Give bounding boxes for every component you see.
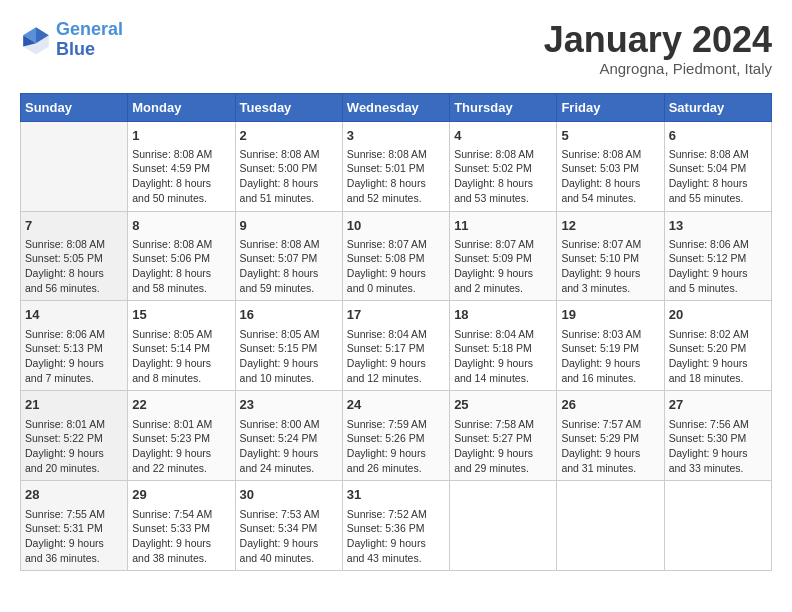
day-number: 17 [347,306,445,324]
day-number: 21 [25,396,123,414]
calendar-cell: 3Sunrise: 8:08 AM Sunset: 5:01 PM Daylig… [342,121,449,211]
page-header: General Blue January 2024 Angrogna, Pied… [20,20,772,77]
day-info: Sunrise: 8:01 AM Sunset: 5:23 PM Dayligh… [132,417,230,476]
calendar-cell: 31Sunrise: 7:52 AM Sunset: 5:36 PM Dayli… [342,481,449,571]
day-number: 13 [669,217,767,235]
calendar-cell: 17Sunrise: 8:04 AM Sunset: 5:17 PM Dayli… [342,301,449,391]
location-subtitle: Angrogna, Piedmont, Italy [544,60,772,77]
calendar-cell [557,481,664,571]
day-info: Sunrise: 7:56 AM Sunset: 5:30 PM Dayligh… [669,417,767,476]
day-number: 4 [454,127,552,145]
day-number: 25 [454,396,552,414]
logo: General Blue [20,20,123,60]
day-number: 26 [561,396,659,414]
day-number: 19 [561,306,659,324]
calendar-cell: 15Sunrise: 8:05 AM Sunset: 5:14 PM Dayli… [128,301,235,391]
calendar-cell: 11Sunrise: 8:07 AM Sunset: 5:09 PM Dayli… [450,211,557,301]
day-info: Sunrise: 8:07 AM Sunset: 5:08 PM Dayligh… [347,237,445,296]
calendar-cell [664,481,771,571]
day-number: 18 [454,306,552,324]
day-info: Sunrise: 8:08 AM Sunset: 5:05 PM Dayligh… [25,237,123,296]
calendar-cell: 18Sunrise: 8:04 AM Sunset: 5:18 PM Dayli… [450,301,557,391]
calendar-week-row: 21Sunrise: 8:01 AM Sunset: 5:22 PM Dayli… [21,391,772,481]
calendar-body: 1Sunrise: 8:08 AM Sunset: 4:59 PM Daylig… [21,121,772,571]
calendar-cell: 30Sunrise: 7:53 AM Sunset: 5:34 PM Dayli… [235,481,342,571]
weekday-header-friday: Friday [557,93,664,121]
day-info: Sunrise: 8:08 AM Sunset: 5:01 PM Dayligh… [347,147,445,206]
weekday-header-row: SundayMondayTuesdayWednesdayThursdayFrid… [21,93,772,121]
day-info: Sunrise: 8:02 AM Sunset: 5:20 PM Dayligh… [669,327,767,386]
day-number: 15 [132,306,230,324]
day-number: 20 [669,306,767,324]
day-number: 14 [25,306,123,324]
day-info: Sunrise: 8:04 AM Sunset: 5:18 PM Dayligh… [454,327,552,386]
day-number: 9 [240,217,338,235]
calendar-cell: 16Sunrise: 8:05 AM Sunset: 5:15 PM Dayli… [235,301,342,391]
day-info: Sunrise: 8:08 AM Sunset: 5:07 PM Dayligh… [240,237,338,296]
day-info: Sunrise: 8:04 AM Sunset: 5:17 PM Dayligh… [347,327,445,386]
day-number: 5 [561,127,659,145]
calendar-cell [21,121,128,211]
calendar-cell: 8Sunrise: 8:08 AM Sunset: 5:06 PM Daylig… [128,211,235,301]
calendar-table: SundayMondayTuesdayWednesdayThursdayFrid… [20,93,772,572]
day-info: Sunrise: 8:08 AM Sunset: 5:02 PM Dayligh… [454,147,552,206]
calendar-cell: 19Sunrise: 8:03 AM Sunset: 5:19 PM Dayli… [557,301,664,391]
day-info: Sunrise: 7:59 AM Sunset: 5:26 PM Dayligh… [347,417,445,476]
weekday-header-sunday: Sunday [21,93,128,121]
title-block: January 2024 Angrogna, Piedmont, Italy [544,20,772,77]
calendar-week-row: 1Sunrise: 8:08 AM Sunset: 4:59 PM Daylig… [21,121,772,211]
day-number: 31 [347,486,445,504]
calendar-cell: 25Sunrise: 7:58 AM Sunset: 5:27 PM Dayli… [450,391,557,481]
day-info: Sunrise: 8:08 AM Sunset: 5:03 PM Dayligh… [561,147,659,206]
day-info: Sunrise: 8:08 AM Sunset: 4:59 PM Dayligh… [132,147,230,206]
calendar-cell: 5Sunrise: 8:08 AM Sunset: 5:03 PM Daylig… [557,121,664,211]
month-title: January 2024 [544,20,772,60]
calendar-cell: 23Sunrise: 8:00 AM Sunset: 5:24 PM Dayli… [235,391,342,481]
day-info: Sunrise: 8:00 AM Sunset: 5:24 PM Dayligh… [240,417,338,476]
day-info: Sunrise: 7:55 AM Sunset: 5:31 PM Dayligh… [25,507,123,566]
weekday-header-wednesday: Wednesday [342,93,449,121]
day-info: Sunrise: 8:08 AM Sunset: 5:00 PM Dayligh… [240,147,338,206]
day-info: Sunrise: 8:03 AM Sunset: 5:19 PM Dayligh… [561,327,659,386]
day-number: 12 [561,217,659,235]
calendar-cell: 26Sunrise: 7:57 AM Sunset: 5:29 PM Dayli… [557,391,664,481]
day-number: 16 [240,306,338,324]
day-number: 6 [669,127,767,145]
day-number: 3 [347,127,445,145]
day-info: Sunrise: 7:54 AM Sunset: 5:33 PM Dayligh… [132,507,230,566]
day-number: 1 [132,127,230,145]
day-info: Sunrise: 8:01 AM Sunset: 5:22 PM Dayligh… [25,417,123,476]
weekday-header-thursday: Thursday [450,93,557,121]
day-info: Sunrise: 8:06 AM Sunset: 5:13 PM Dayligh… [25,327,123,386]
day-number: 2 [240,127,338,145]
calendar-cell: 4Sunrise: 8:08 AM Sunset: 5:02 PM Daylig… [450,121,557,211]
calendar-cell: 24Sunrise: 7:59 AM Sunset: 5:26 PM Dayli… [342,391,449,481]
weekday-header-tuesday: Tuesday [235,93,342,121]
day-info: Sunrise: 8:05 AM Sunset: 5:14 PM Dayligh… [132,327,230,386]
calendar-week-row: 14Sunrise: 8:06 AM Sunset: 5:13 PM Dayli… [21,301,772,391]
calendar-cell: 6Sunrise: 8:08 AM Sunset: 5:04 PM Daylig… [664,121,771,211]
calendar-cell: 22Sunrise: 8:01 AM Sunset: 5:23 PM Dayli… [128,391,235,481]
day-info: Sunrise: 8:08 AM Sunset: 5:06 PM Dayligh… [132,237,230,296]
calendar-cell: 13Sunrise: 8:06 AM Sunset: 5:12 PM Dayli… [664,211,771,301]
calendar-cell: 9Sunrise: 8:08 AM Sunset: 5:07 PM Daylig… [235,211,342,301]
calendar-cell: 7Sunrise: 8:08 AM Sunset: 5:05 PM Daylig… [21,211,128,301]
logo-text: General Blue [56,20,123,60]
calendar-header: SundayMondayTuesdayWednesdayThursdayFrid… [21,93,772,121]
day-info: Sunrise: 8:07 AM Sunset: 5:09 PM Dayligh… [454,237,552,296]
calendar-cell: 2Sunrise: 8:08 AM Sunset: 5:00 PM Daylig… [235,121,342,211]
day-info: Sunrise: 7:57 AM Sunset: 5:29 PM Dayligh… [561,417,659,476]
calendar-cell: 28Sunrise: 7:55 AM Sunset: 5:31 PM Dayli… [21,481,128,571]
day-number: 7 [25,217,123,235]
calendar-cell: 20Sunrise: 8:02 AM Sunset: 5:20 PM Dayli… [664,301,771,391]
weekday-header-saturday: Saturday [664,93,771,121]
day-number: 29 [132,486,230,504]
calendar-cell: 12Sunrise: 8:07 AM Sunset: 5:10 PM Dayli… [557,211,664,301]
day-number: 28 [25,486,123,504]
day-info: Sunrise: 7:58 AM Sunset: 5:27 PM Dayligh… [454,417,552,476]
calendar-cell: 27Sunrise: 7:56 AM Sunset: 5:30 PM Dayli… [664,391,771,481]
day-number: 23 [240,396,338,414]
day-info: Sunrise: 8:05 AM Sunset: 5:15 PM Dayligh… [240,327,338,386]
day-info: Sunrise: 8:07 AM Sunset: 5:10 PM Dayligh… [561,237,659,296]
logo-icon [20,24,52,56]
